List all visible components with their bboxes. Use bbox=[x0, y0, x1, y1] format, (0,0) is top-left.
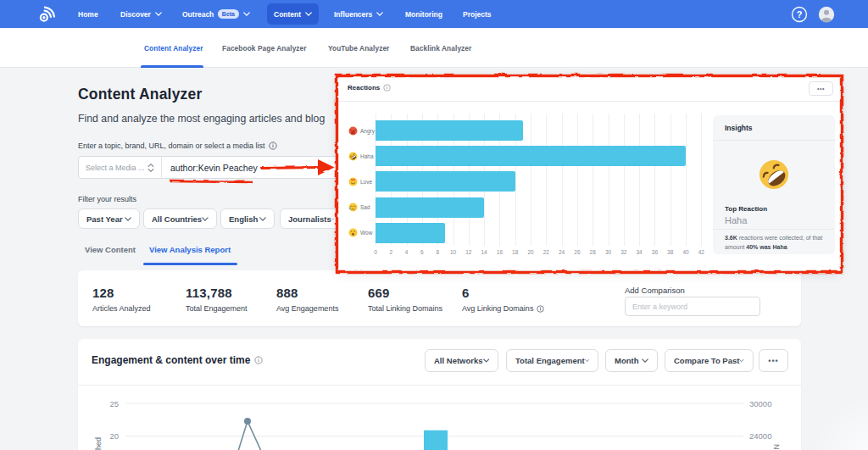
nav-label: Influencers bbox=[334, 10, 372, 19]
stat-value: 128 bbox=[92, 286, 151, 299]
category-label-sad: Sad bbox=[348, 197, 370, 218]
nav-item-projects[interactable]: Projects bbox=[463, 0, 492, 28]
insights-panel: Insights Top Reaction Haha 3.6K reaction… bbox=[713, 115, 835, 254]
svg-text:30000: 30000 bbox=[749, 399, 771, 408]
stat-total-engagement: 113,788Total Engagement bbox=[186, 286, 248, 313]
stat-avg-linking-domains: 6Avg Linking Domains bbox=[462, 286, 544, 313]
nav-label: Outreach bbox=[182, 10, 214, 19]
bar-sad[interactable] bbox=[376, 197, 484, 218]
bar-wow[interactable] bbox=[376, 223, 445, 243]
reactions-header: Reactions ••• bbox=[337, 76, 841, 102]
comparison-keyword-input[interactable] bbox=[625, 297, 760, 316]
x-tick-label: 22 bbox=[543, 249, 549, 255]
x-tick-label: 2 bbox=[389, 249, 392, 255]
x-tick-label: 32 bbox=[620, 249, 626, 255]
note-percent: 40% was Haha bbox=[746, 244, 787, 250]
divider bbox=[713, 140, 835, 141]
active-tab-underline bbox=[141, 65, 203, 68]
stat-value: 669 bbox=[368, 286, 442, 299]
love-emoji-icon bbox=[348, 177, 358, 186]
x-tick-label: 0 bbox=[374, 249, 377, 255]
annotation-underline bbox=[170, 181, 252, 181]
divider bbox=[713, 229, 835, 230]
background-glow bbox=[807, 392, 868, 450]
wow-emoji-icon bbox=[348, 228, 358, 237]
x-tick-label: 28 bbox=[590, 249, 596, 255]
left-axis-label: Articles Published bbox=[94, 437, 103, 450]
x-tick-label: 8 bbox=[436, 249, 439, 255]
info-icon[interactable] bbox=[383, 84, 391, 92]
info-icon[interactable] bbox=[537, 305, 544, 313]
timeline-bar[interactable] bbox=[424, 431, 448, 450]
chevron-down-icon bbox=[243, 12, 250, 16]
filter-date-range[interactable]: Past Year bbox=[78, 208, 140, 229]
help-button[interactable]: ? bbox=[791, 0, 808, 28]
nav-item-discover[interactable]: Discover bbox=[120, 0, 162, 28]
svg-text:?: ? bbox=[797, 9, 803, 19]
filter-language[interactable]: English bbox=[220, 208, 275, 229]
x-tick-label: 26 bbox=[574, 249, 580, 255]
tab-youtube-analyzer[interactable]: YouTube Analyzer bbox=[328, 28, 389, 68]
gridline bbox=[609, 114, 609, 246]
x-tick-label: 36 bbox=[652, 249, 658, 255]
filter-countries[interactable]: All Countries bbox=[143, 208, 217, 229]
bar-haha[interactable] bbox=[376, 146, 686, 166]
stat-articles-analyzed: 128Articles Analyzed bbox=[92, 286, 151, 313]
nav-label: Projects bbox=[463, 10, 492, 19]
timeline-point[interactable] bbox=[244, 418, 251, 425]
filter-journalists[interactable]: Journalists bbox=[280, 208, 342, 229]
note-count: 3.6K bbox=[725, 235, 737, 241]
bar-love[interactable] bbox=[376, 171, 515, 192]
gridline bbox=[577, 114, 578, 246]
x-tick-label: 16 bbox=[497, 249, 503, 255]
top-nav: Home Discover OutreachBeta Content Influ… bbox=[0, 0, 868, 28]
nav-item-monitoring[interactable]: Monitoring bbox=[405, 0, 442, 28]
nav-label: Content bbox=[274, 10, 301, 19]
nav-item-outreach[interactable]: OutreachBeta bbox=[182, 0, 250, 28]
tab-facebook-page-analyzer[interactable]: Facebook Page Analyzer bbox=[222, 28, 307, 68]
buzzsumo-logo-icon[interactable] bbox=[37, 4, 58, 25]
tab-content-analyzer[interactable]: Content Analyzer bbox=[144, 28, 203, 68]
filters-label: Filter your results bbox=[78, 195, 136, 203]
category-label-wow: Wow bbox=[348, 223, 372, 243]
filter-label: Journalists bbox=[288, 214, 331, 224]
tab-backlink-analyzer[interactable]: Backlink Analyzer bbox=[410, 28, 471, 68]
bar-angry[interactable] bbox=[376, 120, 523, 141]
analyzer-tabs-bar: Content Analyzer Facebook Page Analyzer … bbox=[0, 28, 868, 68]
gridline bbox=[639, 114, 640, 246]
tab-view-content[interactable]: View Content bbox=[85, 245, 136, 254]
category-label-love: Love bbox=[348, 171, 372, 192]
reactions-menu-button[interactable]: ••• bbox=[809, 81, 833, 96]
add-comparison-label: Add Comparison bbox=[625, 286, 760, 295]
nav-item-influencers[interactable]: Influencers bbox=[334, 0, 383, 28]
stat-label: Avg Linking Domains bbox=[462, 304, 533, 313]
reactions-panel: Reactions ••• 02468101214161820222426283… bbox=[337, 76, 841, 270]
sad-emoji-icon bbox=[348, 203, 358, 212]
nav-item-home[interactable]: Home bbox=[78, 0, 98, 28]
stat-label: Total Linking Domains bbox=[368, 304, 442, 313]
rofl-emoji-icon bbox=[757, 158, 791, 192]
top-reaction-label: Top Reaction bbox=[725, 205, 767, 213]
x-tick-label: 14 bbox=[481, 249, 487, 255]
gridline bbox=[531, 114, 531, 246]
chevron-down-icon bbox=[259, 217, 266, 221]
avatar-icon bbox=[818, 6, 835, 23]
info-icon[interactable] bbox=[269, 142, 277, 150]
media-list-select[interactable]: Select a Media ... bbox=[79, 157, 162, 178]
chevron-down-icon bbox=[376, 12, 383, 16]
x-tick-label: 24 bbox=[559, 249, 565, 255]
page-subtitle: Find and analyze the most engaging artic… bbox=[78, 113, 325, 125]
x-tick-label: 6 bbox=[420, 249, 424, 255]
user-avatar[interactable] bbox=[818, 0, 835, 28]
x-tick-label: 34 bbox=[636, 249, 642, 255]
gridline bbox=[670, 114, 671, 246]
x-tick-label: 42 bbox=[698, 249, 704, 255]
angry-emoji-icon bbox=[348, 126, 358, 136]
stat-avg-engagements: 888Avg Engagements bbox=[276, 286, 338, 313]
tab-view-analysis-report[interactable]: View Analysis Report bbox=[149, 245, 231, 254]
reactions-title-text: Reactions bbox=[348, 84, 380, 92]
chevron-down-icon bbox=[125, 217, 131, 221]
question-mark-icon: ? bbox=[791, 6, 808, 23]
nav-item-content[interactable]: Content bbox=[267, 3, 319, 25]
x-tick-label: 38 bbox=[667, 249, 673, 255]
